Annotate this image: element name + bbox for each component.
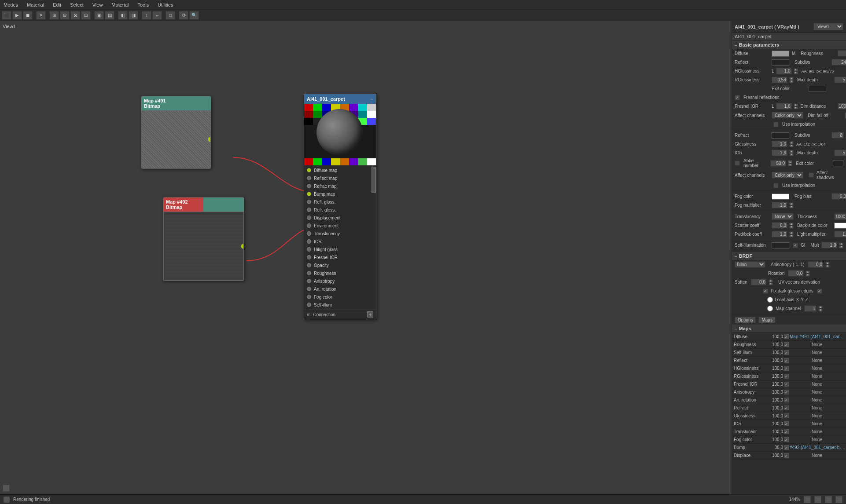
toolbar-btn-13[interactable]: ↕ [142,11,151,20]
slot-refl-gloss[interactable]: Refl. gloss. [304,198,376,206]
map-channel-input[interactable] [804,305,817,312]
menu-view[interactable]: View [91,1,105,8]
refract-exit-swatch[interactable] [833,160,843,166]
status-btn-2[interactable] [825,496,832,503]
maps-bump-check[interactable] [784,445,789,450]
slot-reflect-map[interactable]: Reflect map [304,174,376,182]
toolbar-btn-8[interactable]: ⊡ [81,11,91,20]
slot-fresnel-ior[interactable]: Fresnel IOR [304,253,376,261]
fix-dark-checkbox2[interactable] [817,289,822,294]
toolbar-btn-4[interactable]: ✕ [36,11,46,20]
fwd-up[interactable]: ▲ [789,231,794,234]
mc-dn[interactable]: ▼ [818,309,823,312]
toolbar-btn-11[interactable]: ◧ [118,11,128,20]
abbe-spin[interactable]: ▲ ▼ [788,160,792,166]
bitmap2-node[interactable]: Map #492 Bitmap [163,197,244,281]
dim-distance-input[interactable]: 100,0m [838,103,846,110]
slot-bump-map[interactable]: Bump map [304,190,376,198]
an-dn[interactable]: ▼ [825,265,830,268]
menu-select[interactable]: Select [68,1,85,8]
maps-section-header[interactable]: – Maps [732,325,846,333]
soften-input[interactable] [751,279,767,285]
mult-input[interactable] [821,242,837,248]
affect-shadows-checkbox[interactable] [809,172,814,178]
toolbar-btn-1[interactable]: ⬛ [2,11,11,20]
fog-color-swatch[interactable] [772,194,789,200]
rotation-spin[interactable]: ▲ ▼ [806,270,810,277]
maps-refract-check[interactable] [784,405,789,410]
hgloss-spin-dn[interactable]: ▼ [794,71,798,74]
rgloss-spin-up[interactable]: ▲ [789,77,794,80]
fwd-input[interactable] [772,231,787,237]
slot-opacity[interactable]: Opacity [304,261,376,269]
refract-swatch[interactable] [772,132,789,139]
rot-up[interactable]: ▲ [806,270,810,274]
ref-gl-up[interactable]: ▲ [789,141,794,144]
sc-up[interactable]: ▲ [789,223,794,226]
reflect-swatch[interactable] [772,59,789,66]
abbe-up[interactable]: ▲ [788,160,792,163]
slot-displacement[interactable]: Displacement [304,214,376,222]
rotation-input[interactable] [788,270,804,277]
slot-anisotropy[interactable]: Anisotropy [304,277,376,285]
slot-roughness[interactable]: Roughness [304,269,376,277]
fresnel-ior-spin-up[interactable]: ▲ [794,103,798,106]
menu-tools[interactable]: Tools [136,1,151,8]
bitmap1-port-right[interactable] [208,137,210,142]
mult-up[interactable]: ▲ [839,242,843,245]
fwd-spin[interactable]: ▲ ▼ [789,231,794,237]
abbe-checkbox[interactable] [735,161,740,166]
ior-up[interactable]: ▲ [789,150,794,153]
slot-ior[interactable]: IOR [304,237,376,245]
toolbar-btn-7[interactable]: ⊠ [70,11,80,20]
maps-ior-check[interactable] [784,421,789,426]
sc-dn[interactable]: ▼ [789,226,794,229]
maps-bump-map[interactable]: #492 (AI41_001_carpet-bump.jpg) [790,445,844,450]
toolbar-btn-5[interactable]: ⊞ [49,11,59,20]
exit-color-swatch[interactable] [809,86,826,92]
slot-hilight-gloss[interactable]: Hilight gloss [304,245,376,253]
refract-gloss-input[interactable] [772,141,787,147]
diffuse-swatch[interactable] [772,51,789,57]
hgloss-spin-up[interactable]: ▲ [794,68,798,71]
rgloss-input[interactable]: 0,59 [772,77,787,83]
ior-dn[interactable]: ▼ [789,153,794,156]
menu-material[interactable]: Material [25,1,46,8]
mult-dn[interactable]: ▼ [839,245,843,248]
status-btn-1[interactable] [814,496,821,503]
refract-subdivs-input[interactable]: 8 [831,132,844,139]
toolbar-btn-15[interactable]: □ [166,11,175,20]
zoom-icon[interactable] [804,496,811,503]
scatter-spin[interactable]: ▲ ▼ [789,223,794,229]
mc-up[interactable]: ▲ [818,306,823,309]
aniso-spin[interactable]: ▲ ▼ [825,262,830,268]
slot-fog-color[interactable]: Fog color [304,293,376,301]
slot-refrac-map[interactable]: Refrac map [304,182,376,190]
thickness-input[interactable] [834,213,846,220]
slot-refr-gloss[interactable]: Refr. gloss. [304,206,376,214]
refract-affect-select[interactable]: Color only [772,172,803,179]
maps-hgloss-check[interactable] [784,366,789,371]
translucency-select[interactable]: None [772,213,794,220]
ior-input[interactable] [772,150,787,156]
brdf-section-header[interactable]: – BRDF [732,252,846,260]
maps-fogcolor-check[interactable] [784,437,789,442]
soften-spin[interactable]: ▲ ▼ [769,279,773,285]
fresnel-ior-spin[interactable]: ▲ ▼ [794,103,798,110]
vray-close-btn[interactable]: – [370,96,373,102]
brdf-type-select[interactable]: Blinn [735,261,765,268]
toolbar-btn-9[interactable]: ▣ [94,11,104,20]
menu-modes[interactable]: Modes [2,1,20,8]
ref-gl-dn[interactable]: ▼ [789,144,794,147]
toolbar-btn-12[interactable]: ◨ [129,11,138,20]
toolbar-btn-16[interactable]: ⚙ [179,11,188,20]
vray-node[interactable]: AI41_001_carpet – [304,94,376,319]
maps-diffuse-map[interactable]: Map #491 (AI41_001_carpet.jpg) [790,334,844,339]
fix-dark-checkbox[interactable] [763,289,768,294]
fog-bias-input[interactable] [831,193,846,200]
maps-reflect-check[interactable] [784,358,789,363]
axis-radio-map[interactable] [767,306,773,311]
scatter-input[interactable] [772,222,787,229]
roughness-input[interactable]: 0,0 [838,50,846,57]
gi-checkbox[interactable] [793,243,798,248]
